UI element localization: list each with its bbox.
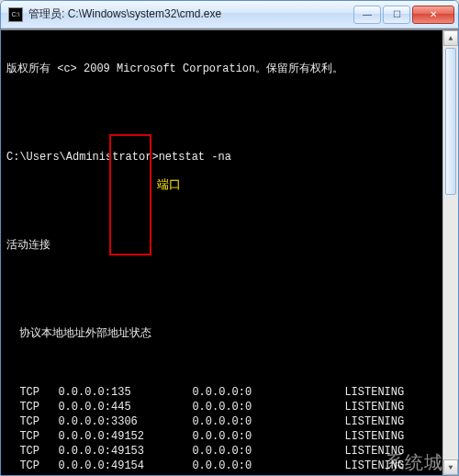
console-area[interactable]: 版权所有 <c> 2009 Microsoft Corporation。保留所有…: [1, 28, 458, 475]
column-headers: 协议本地地址外部地址状态: [6, 326, 454, 341]
command: netstat -na: [159, 151, 231, 164]
table-row: TCP0.0.0.0:491550.0.0.0:0LISTENING: [6, 473, 454, 475]
minimize-button[interactable]: —: [353, 6, 381, 24]
cell-local: 0.0.0.0:135: [58, 385, 192, 400]
table-row: TCP0.0.0.0:491530.0.0.0:0LISTENING: [6, 444, 454, 459]
cell-local: 0.0.0.0:49153: [58, 444, 192, 459]
scroll-track[interactable]: [443, 46, 458, 459]
table-row: TCP0.0.0.0:33060.0.0.0:0LISTENING: [6, 414, 454, 429]
table-row: TCP0.0.0.0:491540.0.0.0:0LISTENING: [6, 459, 454, 473]
cell-foreign: 0.0.0.0:0: [192, 473, 344, 475]
blank-line: [6, 106, 454, 120]
prompt-line: C:\Users\Administrator>netstat -na: [6, 150, 454, 164]
close-button[interactable]: ✕: [412, 6, 454, 24]
cell-state: LISTENING: [344, 400, 404, 414]
arrow-down-icon: ▼: [449, 460, 453, 475]
blank-line: [6, 282, 454, 297]
close-icon: ✕: [430, 10, 437, 19]
cell-state: LISTENING: [344, 429, 404, 444]
maximize-icon: ☐: [393, 10, 401, 19]
cell-foreign: 0.0.0.0:0: [192, 429, 344, 444]
port-label: 端口: [157, 177, 181, 192]
arrow-up-icon: ▲: [449, 31, 453, 46]
table-row: TCP0.0.0.0:4450.0.0.0:0LISTENING: [6, 400, 454, 414]
cell-local: 0.0.0.0:49154: [58, 459, 192, 473]
copyright-line: 版权所有 <c> 2009 Microsoft Corporation。保留所有…: [6, 62, 454, 76]
cell-foreign: 0.0.0.0:0: [192, 385, 344, 400]
netstat-rows: TCP0.0.0.0:1350.0.0.0:0LISTENING TCP0.0.…: [6, 385, 454, 475]
table-row: TCP0.0.0.0:491520.0.0.0:0LISTENING: [6, 429, 454, 444]
cell-state: LISTENING: [344, 414, 404, 429]
cell-proto: TCP: [19, 429, 58, 444]
table-row: TCP0.0.0.0:1350.0.0.0:0LISTENING: [6, 385, 454, 400]
col-state: 状态: [129, 327, 151, 340]
cell-state: LISTENING: [344, 385, 404, 400]
window-buttons: — ☐ ✕: [352, 6, 454, 24]
cell-proto: TCP: [19, 385, 58, 400]
col-foreign: 外部地址: [85, 327, 129, 340]
col-local: 本地地址: [41, 327, 85, 340]
cell-local: 0.0.0.0:445: [58, 400, 192, 414]
maximize-button[interactable]: ☐: [383, 6, 410, 24]
title-path: C:\Windows\system32\cmd.exe: [68, 7, 221, 20]
cell-local: 0.0.0.0:49155: [58, 473, 192, 475]
scroll-down-button[interactable]: ▼: [443, 459, 458, 475]
title-prefix: 管理员:: [28, 7, 64, 20]
cell-proto: TCP: [19, 473, 58, 475]
cell-local: 0.0.0.0:3306: [58, 414, 192, 429]
prompt: C:\Users\Administrator>: [6, 151, 159, 164]
cell-local: 0.0.0.0:49152: [58, 429, 192, 444]
scroll-thumb[interactable]: [445, 48, 456, 195]
col-proto: 协议: [19, 327, 41, 340]
cell-foreign: 0.0.0.0:0: [192, 459, 344, 473]
cell-foreign: 0.0.0.0:0: [192, 444, 344, 459]
cmd-window: C:\ 管理员: C:\Windows\system32\cmd.exe — ☐…: [0, 0, 459, 476]
cmd-icon: C:\: [8, 7, 23, 22]
cell-state: LISTENING: [344, 473, 404, 475]
cell-proto: TCP: [19, 414, 58, 429]
cell-state: LISTENING: [344, 459, 404, 473]
window-title: 管理员: C:\Windows\system32\cmd.exe: [28, 6, 346, 22]
cell-state: LISTENING: [344, 444, 404, 459]
vertical-scrollbar[interactable]: ▲ ▼: [442, 30, 458, 475]
cell-proto: TCP: [19, 444, 58, 459]
cell-foreign: 0.0.0.0:0: [192, 414, 344, 429]
cell-proto: TCP: [19, 459, 58, 473]
scroll-up-button[interactable]: ▲: [443, 30, 458, 46]
minimize-icon: —: [363, 10, 372, 19]
blank-line: [6, 194, 454, 209]
cell-proto: TCP: [19, 400, 58, 414]
cell-foreign: 0.0.0.0:0: [192, 400, 344, 414]
titlebar[interactable]: C:\ 管理员: C:\Windows\system32\cmd.exe — ☐…: [1, 1, 458, 28]
section-heading: 活动连接: [6, 238, 454, 253]
